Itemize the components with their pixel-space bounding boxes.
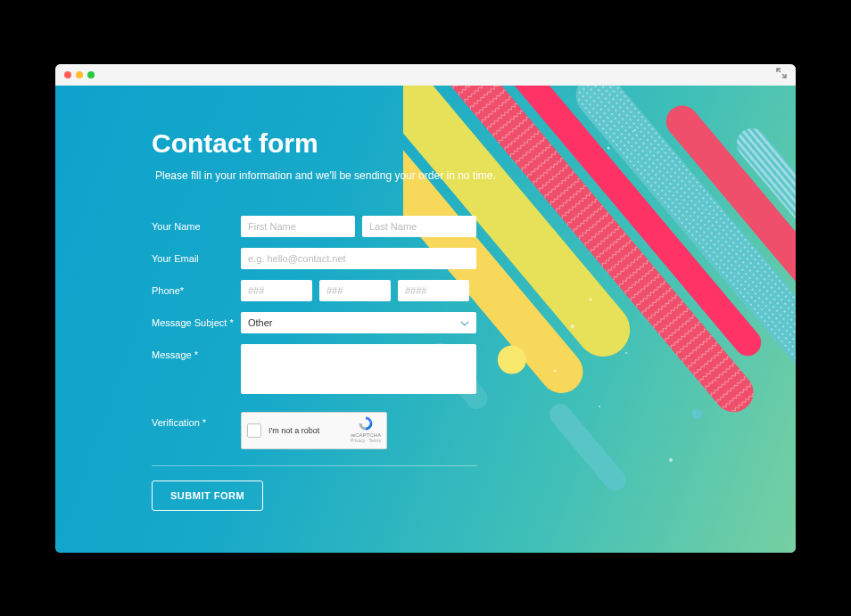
row-phone: Phone* bbox=[152, 280, 555, 301]
svg-point-19 bbox=[571, 324, 574, 328]
phone-line-input[interactable] bbox=[398, 280, 469, 301]
svg-rect-7 bbox=[567, 86, 796, 393]
svg-rect-11 bbox=[731, 122, 796, 360]
row-name: Your Name bbox=[152, 216, 555, 237]
recaptcha-logo-icon: reCAPTCHA Privacy · Terms bbox=[351, 415, 381, 443]
phone-prefix-input[interactable] bbox=[319, 280, 391, 301]
label-verification: Verification * bbox=[152, 412, 241, 428]
svg-rect-8 bbox=[567, 86, 796, 393]
title-bar bbox=[55, 64, 796, 86]
svg-point-16 bbox=[607, 146, 610, 149]
content-area: Contact form Please fill in your informa… bbox=[55, 86, 555, 511]
submit-button[interactable]: SUBMIT FORM bbox=[152, 480, 263, 511]
message-textarea[interactable] bbox=[241, 344, 476, 394]
chevron-down-icon bbox=[460, 317, 469, 328]
maximize-dot-icon[interactable] bbox=[87, 71, 95, 78]
svg-point-22 bbox=[599, 406, 600, 407]
label-message: Message * bbox=[152, 344, 241, 360]
label-subject: Message Subject * bbox=[152, 312, 241, 328]
page-subtitle: Please fill in your information and we'l… bbox=[152, 169, 555, 182]
svg-point-23 bbox=[669, 458, 673, 462]
svg-point-17 bbox=[634, 129, 636, 131]
last-name-input[interactable] bbox=[362, 216, 476, 237]
row-message: Message * bbox=[152, 344, 555, 394]
subject-select-value: Other bbox=[248, 317, 273, 328]
row-verification: Verification * I'm not a robot reCAPTCHA… bbox=[152, 412, 555, 449]
row-subject: Message Subject * Other bbox=[152, 312, 555, 333]
window-controls bbox=[64, 71, 95, 78]
expand-icon[interactable] bbox=[776, 68, 787, 81]
svg-rect-10 bbox=[731, 122, 796, 360]
phone-area-input[interactable] bbox=[241, 280, 312, 301]
first-name-input[interactable] bbox=[241, 216, 355, 237]
divider bbox=[152, 465, 477, 466]
recaptcha-checkbox[interactable] bbox=[247, 423, 261, 438]
email-input[interactable] bbox=[241, 248, 476, 269]
minimize-dot-icon[interactable] bbox=[76, 71, 83, 78]
svg-rect-12 bbox=[545, 399, 631, 495]
recaptcha-widget[interactable]: I'm not a robot reCAPTCHA Privacy · Term… bbox=[241, 412, 387, 449]
page-title: Contact form bbox=[152, 128, 555, 159]
subject-select[interactable]: Other bbox=[241, 312, 476, 333]
label-email: Your Email bbox=[152, 248, 241, 264]
close-dot-icon[interactable] bbox=[64, 71, 71, 78]
svg-point-18 bbox=[590, 298, 592, 300]
label-phone: Phone* bbox=[152, 280, 241, 296]
row-email: Your Email bbox=[152, 248, 555, 269]
label-name: Your Name bbox=[152, 216, 241, 232]
page-viewport: Contact form Please fill in your informa… bbox=[55, 86, 796, 553]
browser-window: Contact form Please fill in your informa… bbox=[55, 64, 796, 553]
svg-point-20 bbox=[625, 352, 627, 354]
svg-rect-9 bbox=[659, 99, 796, 365]
recaptcha-text: I'm not a robot bbox=[269, 426, 319, 435]
svg-point-15 bbox=[690, 406, 705, 421]
